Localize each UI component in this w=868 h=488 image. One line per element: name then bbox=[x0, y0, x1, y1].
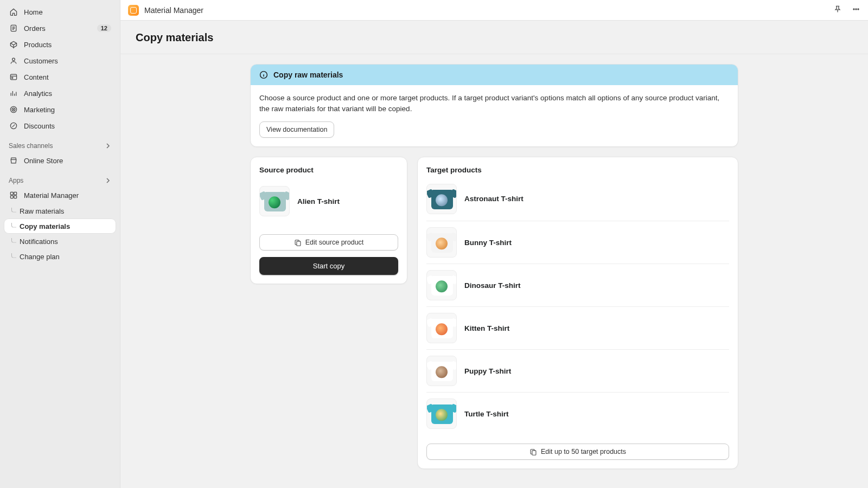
home-icon bbox=[9, 7, 18, 17]
svg-point-13 bbox=[856, 8, 857, 9]
info-banner: Copy raw materials Choose a source produ… bbox=[250, 64, 738, 147]
svg-rect-8 bbox=[10, 192, 13, 195]
nav-app-material-manager[interactable]: Material Manager bbox=[4, 188, 116, 203]
nav-label: Home bbox=[24, 8, 43, 16]
more-horizontal-icon bbox=[852, 5, 860, 14]
apps-header[interactable]: Apps bbox=[0, 169, 120, 188]
product-thumbnail bbox=[426, 270, 457, 300]
target-product-row: Astronaut T-shirt bbox=[426, 183, 729, 221]
banner-header: Copy raw materials bbox=[251, 65, 738, 85]
source-product-row: Alien T-shirt bbox=[259, 183, 398, 222]
app-logo-icon bbox=[128, 5, 139, 16]
more-button[interactable] bbox=[852, 5, 860, 16]
sales-channels-header[interactable]: Sales channels bbox=[0, 134, 120, 153]
nav-label: Analytics bbox=[24, 89, 52, 98]
nav-orders[interactable]: Orders 12 bbox=[4, 21, 116, 36]
target-product-row: Bunny T-shirt bbox=[426, 221, 729, 264]
product-name: Kitten T-shirt bbox=[464, 324, 509, 332]
edit-target-products-button[interactable]: Edit up to 50 target products bbox=[426, 444, 729, 460]
chevron-right-icon bbox=[105, 143, 111, 149]
sidebar: Home Orders 12 Products Customers Cont bbox=[0, 0, 120, 488]
nav-discounts[interactable]: Discounts bbox=[4, 118, 116, 133]
nav-label: Discounts bbox=[24, 122, 55, 130]
nav-label: Content bbox=[24, 73, 49, 81]
nav-label: Copy materials bbox=[20, 222, 70, 230]
analytics-icon bbox=[9, 88, 18, 98]
svg-point-12 bbox=[853, 8, 854, 9]
edit-icon bbox=[294, 239, 302, 246]
svg-point-14 bbox=[858, 8, 859, 9]
app-sub-notifications[interactable]: Notifications bbox=[4, 234, 116, 248]
app-sub-change-plan[interactable]: Change plan bbox=[4, 249, 116, 264]
store-icon bbox=[9, 156, 18, 165]
target-product-row: Puppy T-shirt bbox=[426, 349, 729, 392]
marketing-icon bbox=[9, 105, 18, 114]
product-thumbnail bbox=[426, 356, 457, 386]
svg-rect-17 bbox=[297, 241, 301, 246]
chevron-right-icon bbox=[105, 177, 111, 184]
section-label: Apps bbox=[9, 177, 23, 184]
svg-point-1 bbox=[12, 58, 15, 61]
view-documentation-button[interactable]: View documentation bbox=[259, 121, 334, 138]
target-heading: Target products bbox=[426, 166, 729, 174]
nav-analytics[interactable]: Analytics bbox=[4, 86, 116, 101]
edit-source-product-button[interactable]: Edit source product bbox=[259, 234, 398, 251]
app-sub-raw-materials[interactable]: Raw materials bbox=[4, 204, 116, 218]
banner-title: Copy raw materials bbox=[273, 70, 343, 79]
product-name: Astronaut T-shirt bbox=[464, 195, 524, 203]
product-name: Dinosaur T-shirt bbox=[464, 281, 521, 290]
product-thumbnail bbox=[426, 184, 457, 214]
edit-icon bbox=[529, 448, 537, 455]
nav-marketing[interactable]: Marketing bbox=[4, 102, 116, 117]
product-name: Alien T-shirt bbox=[297, 197, 340, 206]
product-name: Bunny T-shirt bbox=[464, 239, 512, 247]
product-thumbnail bbox=[259, 186, 290, 216]
product-thumbnail bbox=[426, 399, 457, 429]
nav-home[interactable]: Home bbox=[4, 4, 116, 20]
product-name: Puppy T-shirt bbox=[464, 367, 511, 375]
svg-rect-19 bbox=[532, 451, 536, 455]
nav-products[interactable]: Products bbox=[4, 37, 116, 52]
info-icon bbox=[259, 70, 268, 79]
svg-point-3 bbox=[11, 77, 12, 78]
nav-label: Raw materials bbox=[20, 207, 64, 215]
button-label: Edit source product bbox=[305, 239, 364, 246]
button-label: View documentation bbox=[266, 126, 327, 133]
section-label: Sales channels bbox=[9, 142, 53, 150]
content-icon bbox=[9, 72, 18, 82]
app-title: Material Manager bbox=[144, 6, 203, 15]
nav-label: Change plan bbox=[20, 253, 60, 261]
source-heading: Source product bbox=[259, 166, 398, 174]
orders-badge: 12 bbox=[97, 24, 111, 32]
start-copy-button[interactable]: Start copy bbox=[259, 257, 398, 275]
main-content: Copy materials Copy raw materials Choose… bbox=[120, 21, 868, 488]
svg-rect-11 bbox=[14, 196, 17, 198]
svg-rect-10 bbox=[10, 196, 13, 198]
button-label: Edit up to 50 target products bbox=[541, 448, 626, 455]
pin-button[interactable] bbox=[833, 5, 842, 16]
nav-customers[interactable]: Customers bbox=[4, 53, 116, 68]
button-label: Start copy bbox=[313, 262, 345, 270]
source-product-card: Source product Alien T-shirt Edit source… bbox=[250, 157, 407, 284]
nav-label: Customers bbox=[24, 57, 58, 65]
nav-label: Online Store bbox=[24, 157, 63, 165]
discounts-icon bbox=[9, 121, 18, 131]
svg-rect-9 bbox=[14, 192, 17, 195]
svg-rect-2 bbox=[10, 74, 16, 80]
nav-label: Material Manager bbox=[24, 191, 79, 200]
nav-label: Marketing bbox=[24, 106, 55, 114]
app-header: Material Manager bbox=[120, 0, 868, 21]
nav-label: Products bbox=[24, 41, 52, 49]
product-name: Turtle T-shirt bbox=[464, 410, 509, 418]
target-products-card: Target products Astronaut T-shirt Bunny … bbox=[417, 157, 738, 469]
pin-icon bbox=[833, 5, 842, 14]
svg-point-6 bbox=[13, 109, 14, 110]
nav-label: Orders bbox=[24, 24, 46, 33]
product-thumbnail bbox=[426, 313, 457, 343]
app-sub-copy-materials[interactable]: Copy materials bbox=[4, 219, 116, 233]
nav-online-store[interactable]: Online Store bbox=[4, 153, 116, 168]
products-icon bbox=[9, 40, 18, 49]
banner-body-text: Choose a source product and one or more … bbox=[259, 93, 729, 114]
nav-content[interactable]: Content bbox=[4, 69, 116, 85]
customers-icon bbox=[9, 56, 18, 66]
